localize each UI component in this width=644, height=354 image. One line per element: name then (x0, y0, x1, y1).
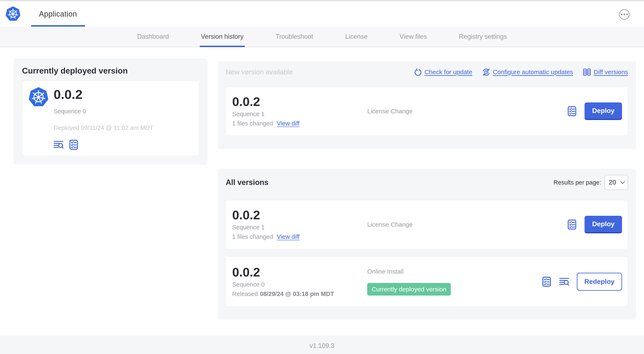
kubernetes-logo (28, 87, 48, 108)
deploy-button[interactable]: Deploy (584, 216, 622, 233)
version-sequence: Sequence 0 (232, 281, 367, 288)
deployed-timestamp: Deployed 09/11/24 @ 11:02 am MDT (54, 124, 154, 131)
diff-icon (583, 68, 591, 76)
all-versions-title: All versions (226, 178, 268, 187)
version-info: 0.0.2 Sequence 1 1 files changed View di… (232, 209, 367, 240)
active-tab-underline (200, 46, 245, 47)
app-tab[interactable]: Application (31, 1, 85, 27)
released-row: Released 08/29/24 @ 03:18 pm MDT (232, 290, 367, 297)
version-actions: Redeploy (542, 273, 622, 291)
results-per-page-value: 20 (609, 179, 616, 186)
version-actions-links: Check for update (414, 68, 628, 76)
chevron-down-icon (620, 179, 625, 184)
version-card: 0.0.2 Sequence 0 Released 08/29/24 @ 03:… (226, 257, 628, 307)
app-title: Application (39, 10, 77, 19)
diff-versions-link[interactable]: Diff versions (583, 68, 628, 76)
ellipsis-icon[interactable] (619, 9, 630, 20)
tab-registry-settings[interactable]: Registry settings (458, 27, 508, 47)
results-per-page-label: Results per page: (554, 179, 601, 186)
currently-deployed-badge: Currently deployed version (367, 283, 451, 295)
right-column: New version available Check for update (218, 61, 636, 320)
checklist-icon[interactable] (567, 106, 577, 116)
checklist-icon[interactable] (69, 140, 79, 150)
files-changed: 1 files changed (232, 120, 273, 127)
version-info: 0.0.2 Sequence 0 Released 08/29/24 @ 03:… (232, 266, 367, 297)
all-versions-panel: All versions Results per page: 20 0.0.2 … (218, 169, 636, 320)
logs-icon[interactable] (559, 277, 569, 287)
refresh-icon (414, 68, 422, 76)
configure-automatic-updates-link[interactable]: Configure automatic updates (482, 68, 573, 76)
console-version: v1.109.3 (310, 342, 334, 349)
tab-license[interactable]: License (344, 27, 368, 47)
version-number: 0.0.2 (232, 266, 367, 279)
all-versions-header: All versions Results per page: 20 (226, 175, 628, 190)
version-source: License Change (367, 108, 567, 115)
view-diff-link[interactable]: View diff (277, 233, 300, 240)
released-date: 08/29/24 @ 03:18 pm MDT (260, 290, 334, 297)
redeploy-button[interactable]: Redeploy (577, 273, 622, 291)
checklist-icon[interactable] (542, 277, 552, 287)
version-actions: Deploy (567, 102, 622, 120)
version-number: 0.0.2 (232, 96, 367, 108)
app-footer: v1.109.3 (0, 335, 644, 354)
version-sequence: Sequence 1 (232, 224, 367, 231)
check-for-update-link[interactable]: Check for update (414, 68, 472, 76)
files-changed: 1 files changed (232, 233, 273, 240)
tab-troubleshoot[interactable]: Troubleshoot (275, 27, 314, 47)
nav-tabbar: Dashboard Version history Troubleshoot L… (0, 27, 644, 47)
version-source: License Change (367, 221, 567, 228)
tab-view-files[interactable]: View files (399, 27, 428, 47)
version-sequence: Sequence 1 (232, 111, 367, 118)
tab-dashboard[interactable]: Dashboard (136, 27, 170, 47)
deploy-button[interactable]: Deploy (584, 102, 622, 120)
version-card: 0.0.2 Sequence 1 1 files changed View di… (226, 200, 628, 249)
currently-deployed-card: 0.0.2 Sequence 0 Deployed 09/11/24 @ 11:… (22, 81, 199, 156)
deployed-version-number: 0.0.2 (54, 88, 154, 101)
deployed-actions (54, 140, 154, 150)
released-prefix: Released (232, 290, 258, 297)
currently-deployed-title: Currently deployed version (22, 66, 199, 75)
new-version-panel: New version available Check for update (218, 61, 636, 149)
results-per-page: Results per page: 20 (554, 175, 628, 190)
version-source: Online Install (367, 268, 404, 275)
new-version-title: New version available (226, 68, 293, 76)
schedule-update-icon (482, 68, 490, 76)
new-version-card: 0.0.2 Sequence 1 1 files changed View di… (226, 87, 628, 136)
logs-icon[interactable] (54, 140, 64, 150)
tab-version-history[interactable]: Version history (200, 27, 244, 47)
version-actions: Deploy (567, 216, 622, 233)
files-changed-row: 1 files changed View diff (232, 120, 367, 127)
checklist-icon[interactable] (567, 219, 577, 230)
results-per-page-select[interactable]: 20 (605, 175, 628, 190)
new-version-header: New version available Check for update (226, 68, 628, 77)
version-info: 0.0.2 Sequence 1 1 files changed View di… (232, 96, 367, 127)
version-source-block: Online Install Currently deployed versio… (367, 268, 542, 295)
currently-deployed-panel: Currently deployed version (14, 59, 208, 165)
main-content: Currently deployed version (0, 47, 644, 320)
deployed-version-info: 0.0.2 Sequence 0 Deployed 09/11/24 @ 11:… (54, 87, 154, 150)
files-changed-row: 1 files changed View diff (232, 233, 367, 240)
app-tab-underline (31, 25, 85, 27)
deployed-sequence: Sequence 0 (54, 108, 154, 115)
app-header: Application (0, 1, 644, 27)
version-number: 0.0.2 (232, 209, 367, 221)
kubernetes-logo (6, 6, 20, 22)
view-diff-link[interactable]: View diff (277, 120, 300, 127)
